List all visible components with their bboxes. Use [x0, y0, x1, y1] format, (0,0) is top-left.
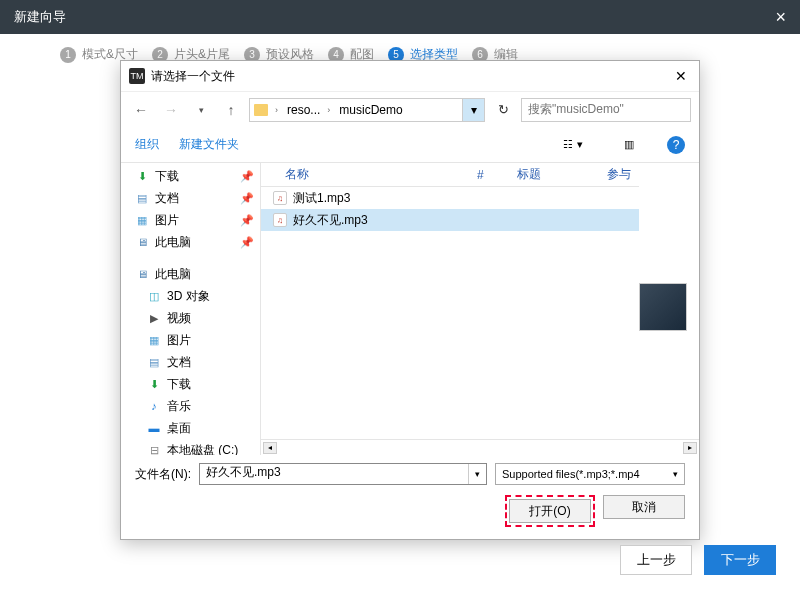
- file-open-dialog: TM 请选择一个文件 ✕ ← → ▾ ↑ › reso... › musicDe…: [120, 60, 700, 540]
- nav-bar: ← → ▾ ↑ › reso... › musicDemo ▾ ↻ 搜索"mus…: [121, 91, 699, 127]
- tree-item[interactable]: ▦图片: [121, 329, 260, 351]
- music-icon: ♪: [147, 399, 161, 413]
- new-folder-button[interactable]: 新建文件夹: [179, 136, 239, 153]
- view-mode-button[interactable]: ☷ ▾: [555, 134, 591, 156]
- scroll-right-icon[interactable]: ▸: [683, 442, 697, 454]
- pin-icon: 📌: [240, 192, 254, 205]
- prev-step-button[interactable]: 上一步: [620, 545, 692, 575]
- path-segment[interactable]: musicDemo: [333, 99, 406, 121]
- picture-icon: ▦: [147, 333, 161, 347]
- filetype-filter[interactable]: Supported files(*.mp3;*.mp4▾: [495, 463, 685, 485]
- file-row[interactable]: ♫好久不见.mp3: [261, 209, 639, 231]
- video-icon: ▶: [147, 311, 161, 325]
- wizard-title: 新建向导: [14, 8, 66, 26]
- chevron-down-icon[interactable]: ▾: [468, 464, 486, 484]
- pc-icon: 🖥: [135, 267, 149, 281]
- help-icon[interactable]: ?: [667, 136, 685, 154]
- filename-input[interactable]: 好久不见.mp3 ▾: [199, 463, 487, 485]
- download-icon: ⬇: [147, 377, 161, 391]
- col-num[interactable]: #: [469, 168, 509, 182]
- document-icon: ▤: [147, 355, 161, 369]
- preview-pane-button[interactable]: ▥: [611, 134, 647, 156]
- folder-icon: [254, 104, 268, 116]
- pin-icon: 📌: [240, 236, 254, 249]
- forward-icon[interactable]: →: [159, 98, 183, 122]
- dialog-footer: 文件名(N): 好久不见.mp3 ▾ Supported files(*.mp3…: [121, 455, 699, 539]
- chevron-down-icon[interactable]: ▾: [189, 98, 213, 122]
- file-list: 名称 # 标题 参与 ♫测试1.mp3 ♫好久不见.mp3: [261, 163, 639, 439]
- breadcrumb[interactable]: › reso... › musicDemo ▾: [249, 98, 485, 122]
- audio-file-icon: ♫: [273, 191, 287, 205]
- picture-icon: ▦: [135, 213, 149, 227]
- audio-file-icon: ♫: [273, 213, 287, 227]
- desktop-icon: ▬: [147, 421, 161, 435]
- dialog-title: 请选择一个文件: [151, 68, 235, 85]
- pc-icon: 🖥: [135, 235, 149, 249]
- download-icon: ⬇: [135, 169, 149, 183]
- dialog-toolbar: 组织 新建文件夹 ☷ ▾ ▥ ?: [121, 127, 699, 163]
- tree-item[interactable]: 🖥此电脑📌: [121, 231, 260, 253]
- 3d-icon: ◫: [147, 289, 161, 303]
- path-dropdown-icon[interactable]: ▾: [462, 99, 484, 121]
- organize-button[interactable]: 组织: [135, 136, 159, 153]
- highlight-annotation: 打开(O): [505, 495, 595, 527]
- wizard-footer: 上一步 下一步: [620, 545, 776, 575]
- col-part[interactable]: 参与: [599, 166, 639, 183]
- col-title[interactable]: 标题: [509, 166, 599, 183]
- tree-item[interactable]: ▤文档: [121, 351, 260, 373]
- tree-item[interactable]: ◫3D 对象: [121, 285, 260, 307]
- column-headers: 名称 # 标题 参与: [261, 163, 639, 187]
- preview-pane: [639, 163, 699, 439]
- pin-icon: 📌: [240, 214, 254, 227]
- preview-thumbnail: [639, 283, 687, 331]
- disk-icon: ⊟: [147, 443, 161, 455]
- tree-item[interactable]: ⊟本地磁盘 (C:): [121, 439, 260, 455]
- close-icon[interactable]: ×: [775, 7, 786, 28]
- document-icon: ▤: [135, 191, 149, 205]
- search-input[interactable]: 搜索"musicDemo": [521, 98, 691, 122]
- refresh-icon[interactable]: ↻: [491, 98, 515, 122]
- tree-item[interactable]: ▶视频: [121, 307, 260, 329]
- chevron-down-icon: ▾: [673, 469, 678, 479]
- horizontal-scrollbar[interactable]: ◂ ▸: [261, 439, 699, 455]
- tree-item[interactable]: ▬桌面: [121, 417, 260, 439]
- next-step-button[interactable]: 下一步: [704, 545, 776, 575]
- col-name[interactable]: 名称: [277, 166, 469, 183]
- folder-tree: ⬇下载📌 ▤文档📌 ▦图片📌 🖥此电脑📌 🖥此电脑 ◫3D 对象 ▶视频 ▦图片…: [121, 163, 261, 455]
- path-segment[interactable]: reso...: [281, 99, 324, 121]
- tree-item-this-pc[interactable]: 🖥此电脑: [121, 263, 260, 285]
- tree-item[interactable]: ♪音乐: [121, 395, 260, 417]
- wizard-header: 新建向导 ×: [0, 0, 800, 34]
- pin-icon: 📌: [240, 170, 254, 183]
- up-icon[interactable]: ↑: [219, 98, 243, 122]
- tree-item[interactable]: ▤文档📌: [121, 187, 260, 209]
- scroll-left-icon[interactable]: ◂: [263, 442, 277, 454]
- dialog-titlebar: TM 请选择一个文件 ✕: [121, 61, 699, 91]
- tree-item[interactable]: ⬇下载: [121, 373, 260, 395]
- filename-label: 文件名(N):: [135, 466, 191, 483]
- back-icon[interactable]: ←: [129, 98, 153, 122]
- open-button[interactable]: 打开(O): [509, 499, 591, 523]
- tree-item[interactable]: ⬇下载📌: [121, 165, 260, 187]
- tree-item[interactable]: ▦图片📌: [121, 209, 260, 231]
- dialog-close-icon[interactable]: ✕: [671, 68, 691, 84]
- app-logo-icon: TM: [129, 68, 145, 84]
- file-row[interactable]: ♫测试1.mp3: [261, 187, 639, 209]
- cancel-button[interactable]: 取消: [603, 495, 685, 519]
